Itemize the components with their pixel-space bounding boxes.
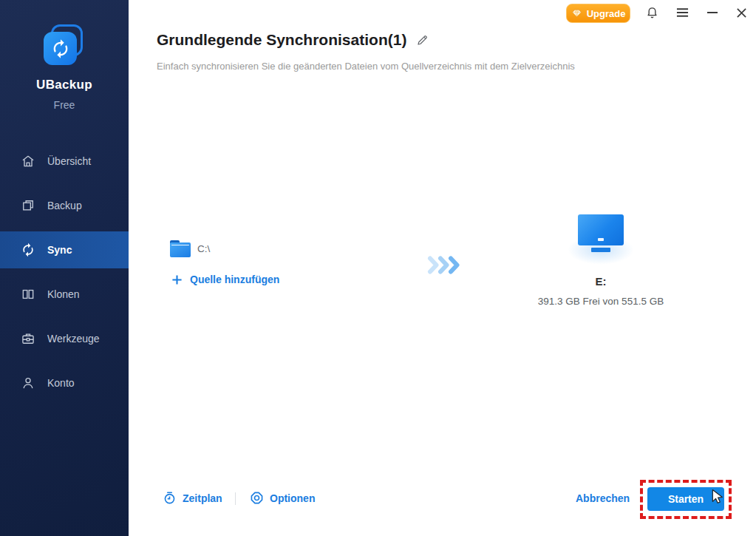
clone-icon	[21, 287, 35, 302]
sidebar-item-label: Backup	[47, 200, 82, 211]
minimize-icon[interactable]	[704, 0, 721, 25]
monitor-icon	[578, 214, 624, 252]
upgrade-label: Upgrade	[587, 8, 626, 19]
account-icon	[21, 376, 35, 390]
add-source-label: Quelle hinzufügen	[190, 274, 279, 285]
start-button[interactable]: Starten	[647, 487, 724, 511]
page-title: Grundlegende Synchronisation(1)	[157, 31, 406, 49]
gem-icon	[571, 9, 582, 18]
close-icon[interactable]	[733, 0, 749, 25]
options-button[interactable]: Optionen	[250, 491, 315, 505]
source-path: C:\	[197, 243, 210, 254]
sync-direction-chevrons-icon	[427, 256, 461, 277]
schedule-label: Zeitplan	[183, 492, 222, 504]
sidebar-item-label: Klonen	[47, 288, 80, 300]
sidebar-item-konto[interactable]: Konto	[0, 364, 129, 401]
sync-arrows-icon	[44, 32, 77, 65]
cancel-button[interactable]: Abbrechen	[576, 492, 630, 504]
sidebar-item-label: Werkzeuge	[47, 333, 100, 345]
gear-icon	[250, 491, 264, 505]
notifications-bell-icon[interactable]	[644, 0, 660, 25]
app-name: UBackup	[0, 78, 129, 92]
sidebar-item-label: Konto	[47, 377, 75, 389]
source-folder-row[interactable]: C:\	[170, 240, 210, 257]
schedule-button[interactable]: Zeitplan	[163, 491, 222, 505]
plus-icon	[171, 274, 183, 285]
app-logo-icon	[44, 24, 85, 66]
upgrade-button[interactable]: Upgrade	[566, 4, 630, 23]
tools-icon	[21, 331, 35, 346]
sidebar-item-uebersicht[interactable]: Übersicht	[0, 143, 129, 180]
sidebar-item-klonen[interactable]: Klonen	[0, 276, 129, 313]
backup-icon	[21, 198, 35, 213]
add-source-button[interactable]: Quelle hinzufügen	[171, 274, 279, 285]
sidebar: UBackup Free Übersicht Backup Sync Klo	[0, 0, 129, 536]
hamburger-menu-icon[interactable]	[674, 0, 690, 25]
edit-pencil-icon[interactable]	[416, 34, 429, 47]
target-drive-panel[interactable]: E: 391.3 GB Frei von 551.5 GB	[520, 214, 682, 255]
stopwatch-icon	[163, 491, 177, 505]
sidebar-item-backup[interactable]: Backup	[0, 187, 129, 224]
sync-icon	[21, 242, 35, 257]
target-drive-letter: E:	[520, 275, 682, 288]
main-content: Upgrade Grundlegende Synchronisation(1) …	[129, 0, 756, 536]
options-label: Optionen	[270, 492, 315, 504]
sidebar-item-label: Sync	[47, 244, 72, 256]
app-edition: Free	[0, 99, 129, 111]
app-logo: UBackup Free	[0, 24, 129, 111]
sidebar-item-sync[interactable]: Sync	[0, 231, 129, 268]
target-free-space: 391.3 GB Frei von 551.5 GB	[520, 296, 682, 307]
sidebar-nav: Übersicht Backup Sync Klonen Werkzeuge	[0, 143, 129, 409]
sidebar-item-werkzeuge[interactable]: Werkzeuge	[0, 320, 129, 357]
folder-icon	[170, 240, 191, 257]
sidebar-item-label: Übersicht	[47, 155, 91, 167]
page-subtitle: Einfach synchronisieren Sie die geändert…	[157, 61, 575, 72]
footer-divider	[235, 492, 236, 505]
home-icon	[21, 154, 35, 169]
